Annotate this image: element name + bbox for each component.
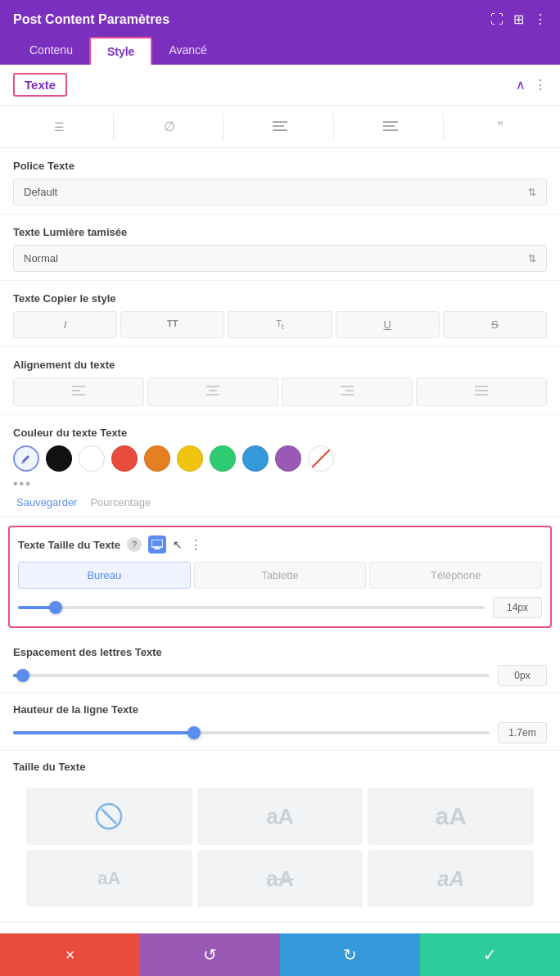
fullscreen-icon[interactable]: ⛶ <box>490 12 504 27</box>
color-black[interactable] <box>46 445 72 472</box>
align-btn-right[interactable] <box>282 377 413 406</box>
svg-rect-2 <box>273 129 287 131</box>
taille-slider[interactable] <box>18 606 485 609</box>
cancel-icon: × <box>65 946 75 965</box>
text-size-small[interactable]: aA <box>26 850 192 907</box>
confirm-icon: ✓ <box>483 945 497 965</box>
section-more-icon[interactable]: ⋮ <box>534 77 547 93</box>
police-dropdown-arrow: ⇅ <box>528 187 536 198</box>
style-btn-uppercase[interactable]: TT <box>120 311 224 338</box>
section-header: Texte ∧ ⋮ <box>0 65 560 106</box>
hauteur-slider[interactable] <box>13 731 490 734</box>
color-edit-swatch[interactable] <box>13 445 39 472</box>
taille-value[interactable]: 14px <box>493 597 542 618</box>
device-tab-telephone[interactable]: Téléphone <box>369 562 542 589</box>
icon-align-justify[interactable] <box>227 114 334 139</box>
collapse-icon[interactable]: ∧ <box>516 77 526 93</box>
desktop-icon[interactable] <box>148 535 166 554</box>
alignement-group: Alignement du texte <box>0 347 560 415</box>
text-size-normal[interactable]: aA <box>197 788 364 845</box>
svg-rect-10 <box>206 386 219 387</box>
police-texte-group: Police Texte Default ⇅ <box>0 148 560 215</box>
taille-label: Texte Taille du Texte <box>18 539 120 551</box>
espacement-slider[interactable] <box>13 674 490 677</box>
icon-circle-slash[interactable]: ∅ <box>117 114 224 139</box>
device-tab-tablette[interactable]: Tablette <box>194 562 367 589</box>
svg-rect-21 <box>156 547 159 549</box>
cursor-icon[interactable]: ↖ <box>173 538 183 551</box>
color-orange[interactable] <box>144 445 170 472</box>
dots-row: ••• <box>13 477 547 491</box>
svg-rect-6 <box>383 121 398 123</box>
color-white[interactable] <box>79 445 105 472</box>
color-green[interactable] <box>210 445 236 472</box>
taille-label-row: Texte Taille du Texte ? ↖ ⋮ <box>18 535 542 554</box>
help-icon[interactable]: ? <box>127 537 142 552</box>
text-size-grid: aA aA aA aA aA <box>13 779 547 915</box>
tab-style[interactable]: Style <box>89 37 152 65</box>
espacement-value[interactable]: 0px <box>498 665 547 686</box>
style-btn-underline[interactable]: U <box>336 311 440 338</box>
text-size-strikethrough[interactable]: aA <box>197 850 364 907</box>
svg-rect-14 <box>345 390 354 391</box>
police-texte-value: Default <box>24 186 57 198</box>
reset-button[interactable]: ↺ <box>140 933 280 976</box>
text-size-italic[interactable]: aA <box>368 850 534 907</box>
hauteur-value[interactable]: 1.7em <box>498 722 547 743</box>
percentage-btn[interactable]: Pourcentage <box>90 496 151 508</box>
svg-rect-5 <box>383 129 398 131</box>
device-tab-bureau[interactable]: Bureau <box>18 562 191 589</box>
align-btn-center[interactable] <box>147 377 278 406</box>
hauteur-group: Hauteur de la ligne Texte 1.7em <box>0 694 560 751</box>
svg-rect-1 <box>273 125 284 127</box>
confirm-button[interactable]: ✓ <box>420 933 560 976</box>
tab-contenu[interactable]: Contenu <box>13 37 89 65</box>
text-size-large[interactable]: aA <box>368 788 534 845</box>
tab-avance[interactable]: Avancé <box>152 37 223 65</box>
lumiere-value: Normal <box>24 252 58 264</box>
lumiere-tamisee-label: Texte Lumière tamisée <box>13 226 547 238</box>
align-btn-left[interactable] <box>13 377 144 406</box>
taille-more-icon[interactable]: ⋮ <box>189 537 202 553</box>
svg-line-24 <box>102 809 116 824</box>
color-red[interactable] <box>111 445 138 472</box>
style-btn-strikethrough[interactable]: S <box>443 311 547 338</box>
espacement-label: Espacement des lettres Texte <box>13 646 547 658</box>
redo-button[interactable]: ↻ <box>280 933 420 976</box>
more-colors-dots[interactable]: ••• <box>13 477 32 491</box>
icon-align-left[interactable]: ☰ <box>7 114 114 139</box>
tabs: Contenu Style Avancé <box>13 37 547 65</box>
svg-rect-22 <box>154 549 160 550</box>
align-btn-justify[interactable] <box>416 377 547 406</box>
lumiere-dropdown[interactable]: Normal ⇅ <box>13 245 547 272</box>
svg-rect-9 <box>72 394 85 395</box>
icon-quote[interactable]: ❞ <box>447 114 553 139</box>
cancel-button[interactable]: × <box>0 933 140 976</box>
taille-texte-box: Texte Taille du Texte ? ↖ ⋮ Bureau Table… <box>8 526 552 628</box>
color-none[interactable] <box>308 445 334 472</box>
columns-icon[interactable]: ⊞ <box>513 11 524 27</box>
hauteur-label: Hauteur de la ligne Texte <box>13 703 547 716</box>
police-texte-dropdown[interactable]: Default ⇅ <box>13 178 547 206</box>
taille-slider-row: 14px <box>18 597 542 618</box>
lumiere-dropdown-arrow: ⇅ <box>528 253 536 264</box>
style-btn-italic[interactable]: I <box>13 311 117 338</box>
section-title[interactable]: Texte <box>13 73 67 97</box>
icon-list[interactable] <box>337 114 445 139</box>
svg-rect-4 <box>383 125 395 127</box>
svg-rect-15 <box>341 394 354 395</box>
save-color-btn[interactable]: Sauvegarder <box>16 496 77 508</box>
header: Post Content Paramètres ⛶ ⊞ ⋮ Contenu St… <box>0 0 560 65</box>
more-vertical-icon[interactable]: ⋮ <box>534 11 547 27</box>
style-btn-capitalize[interactable]: Tt <box>228 311 332 338</box>
style-label: Texte Copier le style <box>13 292 547 305</box>
style-buttons: I TT Tt U S <box>13 311 547 338</box>
reset-icon: ↺ <box>203 945 217 965</box>
color-yellow[interactable] <box>177 445 203 472</box>
color-blue[interactable] <box>242 445 269 472</box>
svg-rect-8 <box>72 390 80 391</box>
text-size-none[interactable] <box>26 788 192 845</box>
color-purple[interactable] <box>275 445 301 472</box>
icon-row: ☰ ∅ ❞ <box>0 106 560 148</box>
color-row <box>13 445 547 472</box>
